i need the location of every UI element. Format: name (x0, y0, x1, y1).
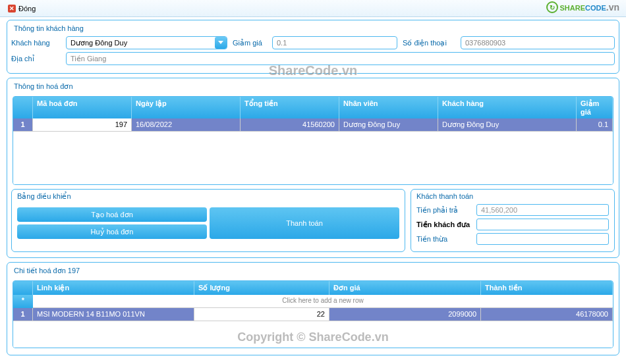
discount-input[interactable] (272, 36, 397, 49)
must-pay-input (476, 204, 609, 216)
address-input[interactable] (66, 52, 615, 65)
detail-row[interactable]: 1 MSI MODERN 14 B11MO 011VN 22 2099000 4… (13, 308, 613, 321)
combo-dropdown-icon[interactable] (215, 37, 227, 49)
invoice-grid-header: Mã hoá đơn Ngày lập Tổng tiền Nhân viên … (13, 97, 613, 118)
create-invoice-button[interactable]: Tạo hoá đơn (17, 207, 207, 222)
invoice-panel: Thông tin hoá đơn Mã hoá đơn Ngày lập Tổ… (7, 78, 619, 258)
label-must-pay: Tiền phải trả (416, 206, 472, 215)
label-customer: Khách hàng (11, 39, 61, 47)
control-panel-title: Bảng điều khiển (14, 191, 402, 205)
detail-grid-header: Linh kiện Số lượng Đơn giá Thành tiền (13, 281, 613, 295)
label-address: Địa chỉ (11, 55, 61, 63)
close-button[interactable]: ✕ Đóng (4, 3, 40, 14)
label-discount: Giảm giá (233, 39, 267, 47)
detail-panel: Chi tiết hoá đơn 197 Linh kiện Số lượng … (7, 262, 619, 355)
toolbar: ✕ Đóng (0, 0, 626, 17)
customer-panel: Thông tin khách hàng Khách hàng Giảm giá… (7, 20, 619, 74)
cancel-invoice-button[interactable]: Huỷ hoá đơn (17, 224, 207, 239)
phone-input[interactable] (461, 36, 615, 49)
control-panel: Bảng điều khiển Tạo hoá đơn Thanh toán H… (11, 189, 405, 252)
close-label: Đóng (18, 5, 36, 13)
payment-panel: Khách thanh toán Tiền phải trả Tiền khác… (411, 189, 615, 252)
customer-panel-title: Thông tin khách hàng (11, 23, 615, 36)
invoice-grid[interactable]: Mã hoá đơn Ngày lập Tổng tiền Nhân viên … (13, 96, 613, 185)
pay-button[interactable]: Thanh toán (210, 207, 399, 239)
add-row-placeholder[interactable]: Click here to add a new row (33, 295, 613, 308)
logo: ↻ SHARECODE.vn (546, 1, 619, 13)
label-cash-given: Tiền khách đưa (416, 221, 472, 229)
customer-combo[interactable] (66, 36, 227, 49)
label-change: Tiền thừa (416, 235, 472, 244)
change-input (476, 233, 609, 245)
invoice-row[interactable]: 1 197 16/08/2022 41560200 Dương Đông Duy… (13, 118, 613, 132)
detail-panel-title: Chi tiết hoá đơn 197 (11, 265, 615, 279)
new-row-marker[interactable]: * (13, 295, 33, 308)
cash-given-input[interactable] (476, 219, 609, 230)
payment-panel-title: Khách thanh toán (414, 191, 612, 204)
close-icon: ✕ (8, 5, 16, 13)
detail-grid[interactable]: Linh kiện Số lượng Đơn giá Thành tiền * … (13, 280, 613, 348)
invoice-panel-title: Thông tin hoá đơn (11, 81, 615, 95)
logo-icon: ↻ (546, 1, 558, 13)
label-phone: Số điện thoại (403, 39, 455, 47)
